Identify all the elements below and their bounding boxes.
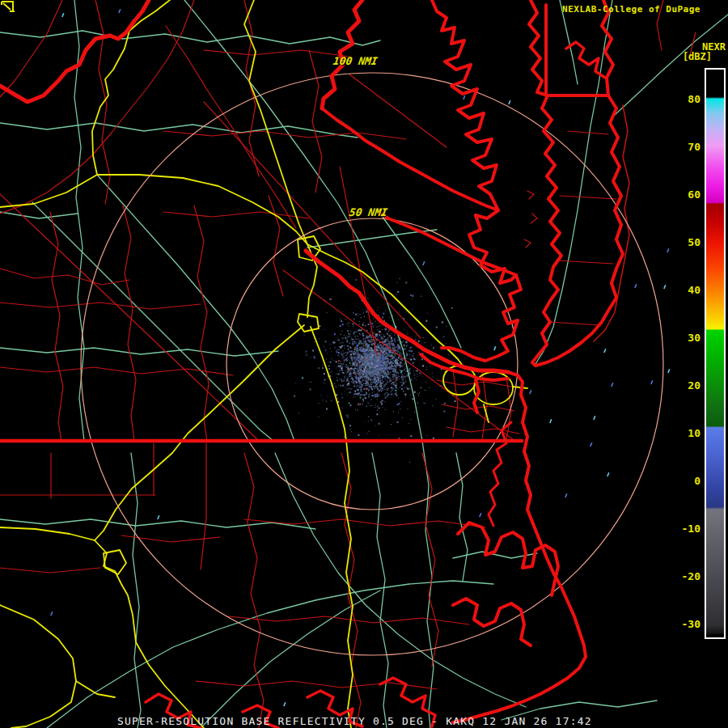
clutter-pixel bbox=[323, 400, 324, 400]
clutter-pixel bbox=[353, 397, 354, 398]
clutter-pixel bbox=[355, 376, 356, 377]
clutter-pixel bbox=[377, 410, 378, 411]
clutter-pixel bbox=[377, 377, 378, 378]
clutter-pixel bbox=[372, 350, 373, 351]
clutter-pixel bbox=[335, 347, 336, 348]
map-feature-teal bbox=[0, 123, 358, 138]
clutter-pixel bbox=[358, 383, 359, 384]
clutter-pixel bbox=[376, 359, 377, 360]
colorbar-tick-label: -30 bbox=[668, 618, 700, 630]
clutter-pixel bbox=[398, 353, 399, 353]
clutter-pixel bbox=[349, 385, 350, 386]
clutter-pixel bbox=[357, 345, 358, 347]
clutter-pixel bbox=[386, 366, 387, 366]
clutter-pixel bbox=[374, 379, 375, 380]
map-feature-teal bbox=[0, 519, 315, 529]
clutter-pixel bbox=[341, 397, 343, 399]
clutter-pixel bbox=[360, 375, 361, 375]
clutter-pixel bbox=[360, 355, 361, 356]
clutter-pixel bbox=[368, 336, 370, 338]
clutter-pixel bbox=[379, 423, 380, 425]
clutter-pixel bbox=[400, 350, 400, 351]
clutter-pixel bbox=[324, 345, 324, 346]
clutter-pixel bbox=[358, 339, 358, 340]
clutter-pixel bbox=[354, 349, 355, 350]
clutter-pixel bbox=[408, 408, 408, 409]
clutter-pixel bbox=[378, 375, 379, 375]
clutter-pixel bbox=[406, 375, 408, 377]
clutter-pixel bbox=[385, 347, 387, 349]
clutter-pixel bbox=[362, 313, 362, 314]
clutter-pixel bbox=[358, 341, 360, 343]
clutter-pixel bbox=[418, 395, 419, 396]
clutter-pixel bbox=[386, 361, 387, 362]
clutter-pixel bbox=[432, 373, 433, 374]
clutter-pixel bbox=[366, 392, 367, 393]
clutter-pixel bbox=[350, 404, 352, 406]
clutter-pixel bbox=[369, 388, 370, 389]
clutter-pixel bbox=[356, 396, 357, 397]
clutter-pixel bbox=[405, 379, 406, 380]
clutter-pixel bbox=[412, 355, 413, 357]
clutter-pixel bbox=[329, 344, 330, 345]
clutter-pixel bbox=[370, 336, 371, 336]
clutter-pixel bbox=[359, 385, 360, 386]
clutter-pixel bbox=[353, 334, 354, 335]
clutter-pixel bbox=[318, 417, 319, 417]
clutter-pixel bbox=[405, 381, 406, 382]
clutter-pixel bbox=[347, 395, 348, 396]
clutter-pixel bbox=[386, 387, 387, 388]
clutter-pixel bbox=[378, 337, 379, 338]
clutter-pixel bbox=[378, 376, 379, 377]
clutter-pixel bbox=[393, 370, 394, 371]
clutter-pixel bbox=[363, 342, 365, 344]
map-feature-county bbox=[557, 260, 613, 264]
clutter-pixel bbox=[359, 356, 360, 357]
clutter-pixel bbox=[385, 328, 387, 330]
clutter-pixel bbox=[346, 360, 348, 362]
clutter-pixel bbox=[360, 334, 361, 335]
clutter-pixel bbox=[385, 370, 387, 371]
clutter-pixel bbox=[295, 383, 296, 383]
clutter-pixel bbox=[374, 359, 375, 361]
clutter-pixel bbox=[370, 420, 372, 421]
clutter-pixel bbox=[385, 389, 386, 390]
clutter-pixel bbox=[416, 379, 417, 380]
clutter-pixel bbox=[362, 381, 363, 382]
clutter-pixel bbox=[358, 372, 359, 373]
clutter-pixel bbox=[377, 383, 378, 384]
clutter-pixel bbox=[383, 336, 385, 337]
clutter-pixel bbox=[375, 321, 376, 322]
clutter-pixel bbox=[405, 368, 406, 369]
clutter-pixel bbox=[368, 324, 370, 325]
clutter-pixel bbox=[349, 388, 349, 389]
clutter-pixel bbox=[432, 405, 433, 406]
clutter-pixel bbox=[343, 380, 344, 381]
clutter-pixel bbox=[341, 320, 342, 322]
clutter-pixel bbox=[353, 357, 353, 358]
clutter-pixel bbox=[345, 319, 346, 320]
clutter-pixel bbox=[365, 378, 366, 379]
clutter-pixel bbox=[355, 358, 356, 358]
clutter-pixel bbox=[397, 421, 399, 423]
clutter-pixel bbox=[379, 355, 379, 356]
clutter-pixel bbox=[383, 361, 383, 362]
clutter-pixel bbox=[362, 372, 363, 374]
clutter-pixel bbox=[393, 360, 394, 361]
clutter-pixel bbox=[359, 379, 360, 380]
clutter-pixel bbox=[360, 314, 361, 315]
clutter-pixel bbox=[396, 392, 397, 393]
clutter-pixel bbox=[339, 346, 340, 347]
clutter-pixel bbox=[382, 358, 383, 358]
map-feature-teal bbox=[131, 453, 141, 728]
clutter-pixel bbox=[324, 379, 326, 381]
clutter-pixel bbox=[379, 375, 380, 375]
clutter-pixel bbox=[368, 395, 369, 396]
clutter-pixel bbox=[387, 332, 388, 334]
map-feature-county bbox=[163, 131, 406, 139]
clutter-pixel bbox=[349, 365, 349, 366]
colorbar-tick-label: -20 bbox=[668, 570, 700, 582]
clutter-pixel bbox=[363, 366, 364, 366]
clutter-pixel bbox=[355, 409, 356, 410]
clutter-pixel bbox=[369, 386, 370, 387]
